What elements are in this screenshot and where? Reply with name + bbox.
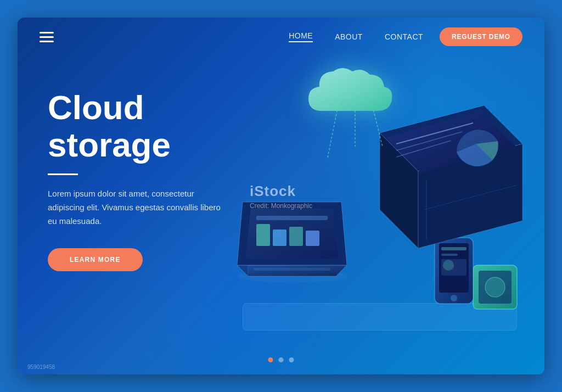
svg-point-25 (451, 295, 457, 301)
svg-rect-9 (256, 224, 270, 246)
nav-links: HOME ABOUT CONTACT (289, 31, 423, 42)
svg-point-32 (485, 277, 505, 297)
svg-rect-12 (306, 231, 319, 246)
image-id: 959019458 (27, 364, 55, 370)
learn-more-button[interactable]: LEARN MORE (48, 248, 143, 271)
hero-divider (48, 173, 78, 175)
nav-home[interactable]: HOME (289, 31, 313, 42)
hero-title: Cloud storage (48, 89, 256, 164)
cloud-icon (297, 61, 396, 124)
hamburger-menu[interactable] (40, 32, 54, 42)
nav-about[interactable]: ABOUT (335, 32, 363, 41)
svg-rect-13 (254, 268, 330, 271)
pagination-dot-1[interactable] (268, 357, 273, 362)
svg-rect-10 (273, 229, 286, 246)
pagination-dots (268, 357, 294, 362)
pagination-dot-3[interactable] (289, 357, 294, 362)
pagination-dot-2[interactable] (279, 357, 284, 362)
svg-point-29 (443, 260, 454, 271)
hero-content: Cloud storage Lorem ipsum dolor sit amet… (48, 89, 256, 271)
hero-illustration (226, 45, 533, 352)
demo-button[interactable]: REGUEST DEMO (440, 27, 522, 46)
navbar: HOME ABOUT CONTACT REGUEST DEMO (18, 18, 544, 56)
main-frame: HOME ABOUT CONTACT REGUEST DEMO Cloud st… (18, 18, 544, 374)
hero-description: Lorem ipsum dolor sit amet, consectetur … (48, 187, 223, 228)
desktop-monitor (374, 100, 528, 256)
svg-rect-11 (289, 227, 303, 246)
nav-contact[interactable]: CONTACT (385, 32, 423, 41)
svg-rect-8 (256, 216, 328, 220)
